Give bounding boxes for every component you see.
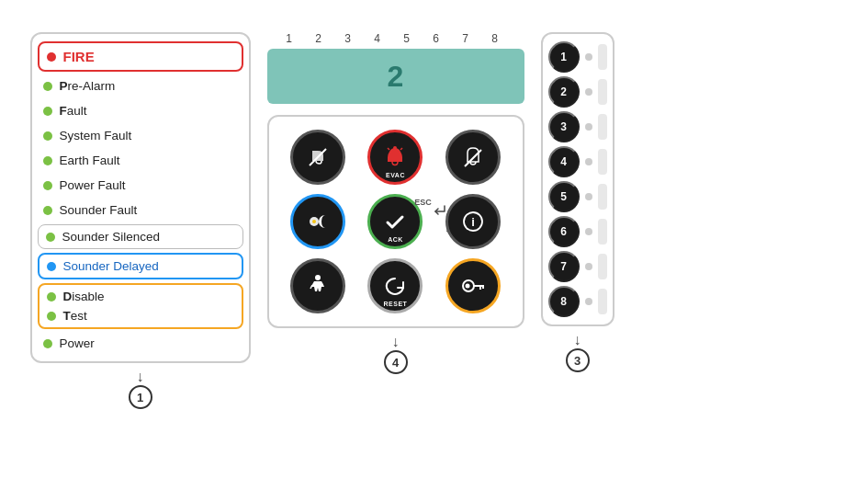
zone-num-8: 8 (480, 32, 510, 45)
panel3-arrow: ↓ (574, 332, 581, 348)
disable-row: Disable (47, 290, 105, 303)
panel-zones: 1 2 3 4 (541, 32, 614, 326)
evacuation-button[interactable] (290, 258, 345, 313)
zone-btn-3[interactable]: 3 (548, 111, 580, 142)
status-sounder-silenced: Sounder Silenced (38, 224, 243, 249)
ack-check-icon (384, 211, 406, 233)
main-container: FIRE Pre-Alarm Fault System Fault (21, 14, 848, 464)
bell-slash-icon (305, 144, 331, 170)
panel1-wrapper: FIRE Pre-Alarm Fault System Fault (30, 32, 251, 409)
panel-status: FIRE Pre-Alarm Fault System Fault (30, 32, 251, 363)
zone-btn-7[interactable]: 7 (548, 251, 580, 282)
zone-btn-2[interactable]: 2 (548, 76, 580, 108)
reset-label: RESET (384, 301, 408, 307)
dot-earth-fault (43, 156, 52, 165)
test-row: Test (47, 309, 87, 323)
zone-indicator-2 (585, 88, 592, 96)
zone-bar-1 (598, 44, 607, 70)
zone-bar-6 (598, 219, 607, 245)
zone-num-1: 1 (275, 32, 304, 45)
panel1-number: 1 (129, 385, 152, 409)
zone-bar-7 (598, 254, 607, 279)
panel4-connector: ↓ 4 (384, 334, 408, 374)
silence-out-button[interactable] (445, 130, 501, 185)
zone-indicator-4 (585, 158, 592, 165)
zone-row-8: 8 (548, 286, 607, 317)
pre-alarm-label: Pre-Alarm (60, 79, 116, 93)
svg-point-15 (466, 284, 470, 289)
status-earth-fault: Earth Fault (38, 150, 243, 171)
svg-line-10 (310, 285, 312, 289)
dot-fire (47, 52, 56, 62)
bell-evac-icon (383, 145, 407, 169)
zone-btn-6[interactable]: 6 (548, 216, 580, 247)
fault-label: Fault (60, 104, 87, 118)
dot-test (47, 312, 56, 321)
zone-num-4: 4 (363, 32, 392, 45)
status-sounder-delayed: Sounder Delayed (38, 253, 243, 279)
zone-row-4: 4 (548, 146, 607, 177)
zone-btn-1[interactable]: 1 (548, 41, 580, 73)
panel1-connector: ↓ 1 (129, 369, 152, 409)
zone-indicator-7 (585, 263, 592, 270)
svg-point-9 (315, 275, 321, 280)
zone-numbers: 1 2 3 4 5 6 7 8 (267, 32, 524, 45)
zone-bar-4 (598, 149, 607, 175)
svg-line-3 (400, 148, 402, 150)
sounder-silenced-label: Sounder Silenced (62, 230, 161, 244)
info-icon: i (461, 210, 485, 233)
zone-num-2: 2 (304, 32, 333, 45)
evac-label: EVAC (386, 172, 405, 178)
svg-point-1 (393, 146, 397, 150)
zone-active-bar: 2 (267, 49, 524, 104)
panels-wrapper: FIRE Pre-Alarm Fault System Fault (30, 32, 614, 409)
zone-btn-5[interactable]: 5 (548, 181, 580, 212)
info-button[interactable]: i (445, 194, 501, 249)
dot-sounder-silenced (46, 233, 55, 242)
zone-row-3: 3 (548, 111, 607, 142)
status-disable-test-group: Disable Test (38, 283, 243, 329)
key-button[interactable] (445, 258, 501, 313)
zone-indicator-1 (585, 53, 592, 61)
evac-button[interactable]: EVAC (367, 130, 423, 185)
reset-button[interactable]: RESET (367, 258, 423, 313)
panel3-wrapper: 1 2 3 4 (541, 32, 614, 372)
ack-label: ACK (388, 236, 403, 243)
zone-btn-8[interactable]: 8 (548, 286, 580, 317)
zone-active-number: 2 (388, 60, 404, 94)
zone-row-7: 7 (548, 251, 607, 282)
test-label: Test (63, 309, 87, 323)
dot-disable (47, 292, 56, 302)
dot-pre-alarm (43, 82, 52, 91)
system-fault-label: System Fault (60, 129, 132, 142)
svg-text:i: i (471, 215, 475, 229)
zone-num-6: 6 (422, 32, 451, 45)
day-night-button[interactable] (290, 194, 345, 249)
day-night-icon (305, 209, 331, 234)
status-system-fault: System Fault (38, 125, 243, 146)
zone-display: 1 2 3 4 5 6 7 8 2 (267, 32, 524, 104)
zone-indicator-3 (585, 123, 592, 131)
enter-arrow-icon (434, 205, 446, 216)
esc-label: ESC (414, 198, 432, 207)
key-icon (460, 276, 486, 296)
sounder-delayed-label: Sounder Delayed (63, 259, 159, 273)
earth-fault-label: Earth Fault (60, 154, 120, 167)
zone-row-6: 6 (548, 216, 607, 247)
panel-center: 1 2 3 4 5 6 7 8 2 (267, 32, 524, 374)
person-evac-icon (305, 273, 331, 299)
status-power-fault: Power Fault (38, 175, 243, 196)
zone-indicator-5 (585, 193, 592, 200)
zone-row-1: 1 (548, 41, 607, 73)
panel3-number: 3 (566, 348, 590, 372)
dot-system-fault (43, 131, 52, 141)
power-label: Power (60, 336, 95, 350)
status-fault: Fault (38, 100, 243, 121)
zone-btn-4[interactable]: 4 (548, 146, 580, 177)
zone-bar-3 (598, 114, 607, 140)
dot-power (43, 339, 52, 348)
panel1-arrow: ↓ (137, 369, 144, 385)
zone-bar-2 (598, 79, 607, 105)
dot-fault (43, 107, 52, 116)
silence-in-button[interactable] (290, 130, 345, 185)
